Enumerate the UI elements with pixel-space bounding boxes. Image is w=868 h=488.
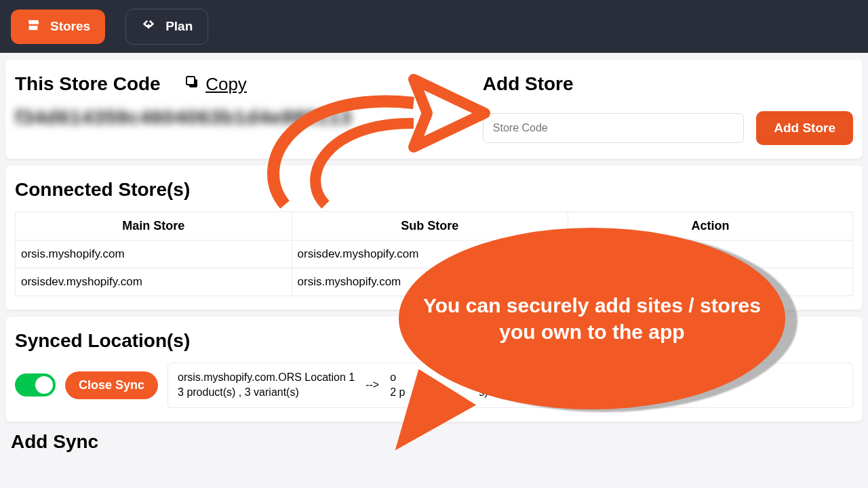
cell-main: orsisdev.myshopify.com: [16, 268, 292, 296]
tab-label: Plan: [165, 19, 193, 34]
cell-sub: orsis.myshopify.com: [292, 268, 568, 296]
copy-label: Copy: [205, 74, 247, 95]
card-connected-stores: Connected Store(s) Main Store Sub Store …: [5, 165, 863, 310]
cell-main: orsis.myshopify.com: [16, 241, 292, 268]
add-store-button[interactable]: Add Store: [756, 111, 853, 145]
card-synced-locations: Synced Location(s) Close Sync orsis.mysh…: [5, 317, 863, 422]
cell-action: [568, 241, 853, 268]
th-sub: Sub Store: [292, 212, 568, 241]
cell-sub: orsisdev.myshopify.com: [292, 241, 568, 268]
store-icon: [26, 18, 41, 36]
sync-right-line1: o om SKU: [390, 370, 720, 385]
th-main: Main Store: [16, 212, 292, 241]
tab-plan[interactable]: Plan: [125, 9, 208, 45]
sync-arrow: -->: [366, 379, 379, 391]
store-code-title: This Store Code: [15, 73, 161, 95]
copy-button[interactable]: Copy: [184, 74, 247, 95]
store-code-input[interactable]: [483, 113, 744, 143]
sync-left: orsis.myshopify.com.ORS Location 1 3 pro…: [178, 370, 355, 401]
card-store-code: This Store Code Copy f34d614359c4604063b…: [5, 60, 863, 159]
svg-rect-1: [186, 77, 195, 85]
sync-left-line2: 3 product(s) , 3 variant(s): [178, 385, 355, 400]
sync-left-line1: orsis.myshopify.com.ORS Location 1: [178, 370, 355, 385]
synced-title: Synced Location(s): [15, 330, 853, 352]
store-code-value: f34d614359c4604063b1d4e889113: [15, 106, 476, 129]
sync-toggle[interactable]: [15, 373, 56, 396]
add-store-title: Add Store: [483, 73, 853, 95]
copy-icon: [184, 74, 200, 95]
topbar: Stores Plan: [0, 0, 868, 53]
add-store-section: Add Store Add Store: [476, 73, 853, 145]
connected-title: Connected Store(s): [15, 179, 853, 201]
add-sync-title: Add Sync: [0, 428, 868, 455]
handshake-icon: [141, 18, 156, 36]
store-code-section: This Store Code Copy f34d614359c4604063b…: [15, 73, 476, 145]
tab-stores[interactable]: Stores: [11, 9, 105, 44]
connected-table: Main Store Sub Store Action orsis.myshop…: [15, 211, 853, 296]
sync-right: o om SKU 2 p s): [390, 370, 720, 401]
table-row: orsis.myshopify.com orsisdev.myshopify.c…: [16, 241, 853, 268]
th-action: Action: [568, 212, 853, 241]
cell-action: [568, 268, 853, 296]
close-sync-button[interactable]: Close Sync: [65, 371, 158, 399]
sync-info: orsis.myshopify.com.ORS Location 1 3 pro…: [167, 363, 853, 408]
tab-label: Stores: [50, 19, 90, 34]
table-row: orsisdev.myshopify.com orsis.myshopify.c…: [16, 268, 853, 296]
sync-right-line2: 2 p s): [390, 385, 720, 400]
